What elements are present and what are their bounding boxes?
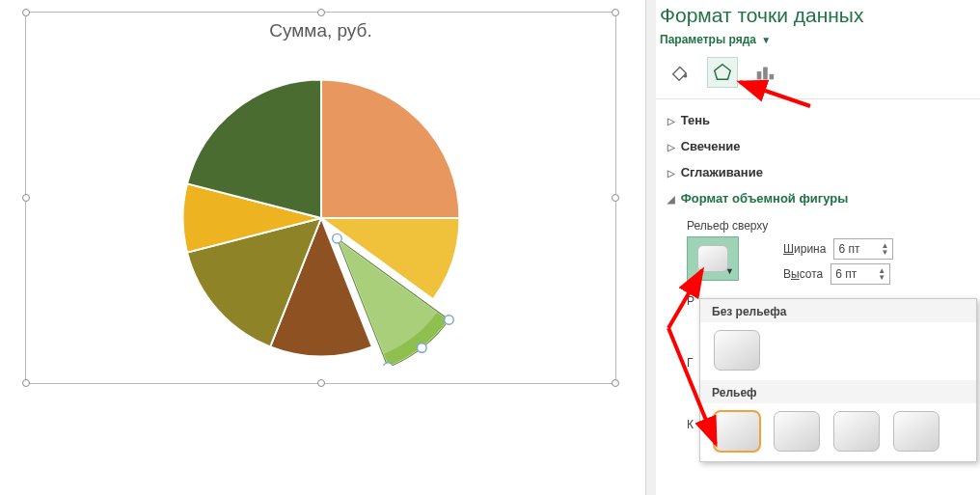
pie-chart[interactable] [174,70,469,366]
section-glow-label: Свечение [681,139,741,153]
svg-rect-2 [763,68,768,80]
panel-title: Формат точки данных [656,0,980,31]
resize-handle[interactable] [22,9,30,16]
series-options-label: Параметры ряда [660,33,756,46]
bevel-width-label: Ширина [783,242,826,256]
data-point-handle[interactable] [332,234,341,243]
data-point-handle[interactable] [383,363,393,366]
bevel-option-4[interactable] [893,411,939,452]
resize-handle[interactable] [317,379,325,387]
top-bevel-label: Рельеф сверху [687,217,980,236]
tab-fill-icon[interactable] [666,58,694,87]
series-options-dropdown[interactable]: Параметры ряда ▼ [656,31,980,56]
bevel-option-3[interactable] [833,411,880,452]
bevel-option-2[interactable] [774,411,820,452]
resize-handle[interactable] [612,194,619,202]
bevel-width-input[interactable]: 6 пт ▲▼ [833,238,893,260]
data-point-handle[interactable] [444,316,453,325]
tab-series-icon[interactable] [750,58,779,87]
expand-icon: ▷ [667,168,677,179]
section-shadow-label: Тень [681,113,710,127]
chart-title[interactable]: Сумма, руб. [26,13,615,41]
panel-tabs [656,56,980,99]
bevel-height-value: 6 пт [835,267,857,281]
resize-handle[interactable] [22,379,30,387]
bevel-option-none[interactable] [714,330,760,371]
section-glow[interactable]: ▷ Свечение [656,133,980,159]
top-bevel-group: Рельеф сверху ▼ Ширина 6 пт ▲▼ Выс [656,211,980,287]
resize-handle[interactable] [612,9,619,16]
bevel-height-input[interactable]: 6 пт ▲▼ [830,263,890,285]
expand-icon: ▷ [667,142,677,152]
spinner-icon[interactable]: ▲▼ [878,267,885,281]
collapse-icon: ◢ [667,194,677,205]
chart-object[interactable]: Сумма, руб. [25,12,616,384]
section-soft-edges-label: Сглаживание [681,165,763,179]
bevel-gallery-dropdown[interactable]: Без рельефа Рельеф [699,298,977,462]
svg-rect-3 [770,74,775,80]
tab-effects-icon[interactable] [708,58,737,87]
gallery-header-bevel: Рельеф [700,380,976,403]
data-point-handle[interactable] [417,344,426,353]
bevel-preview-icon [697,245,728,272]
section-shadow[interactable]: ▷ Тень [656,107,980,133]
chevron-down-icon: ▼ [725,266,734,276]
section-3d-format-label: Формат объемной фигуры [681,191,849,206]
section-3d-format[interactable]: ◢ Формат объемной фигуры [656,185,980,211]
resize-handle[interactable] [612,379,619,387]
bevel-height-label: Высота [783,267,823,281]
svg-rect-1 [757,71,762,79]
gallery-header-no-bevel: Без рельефа [700,299,976,322]
spreadsheet-area: Сумма, руб. [0,0,646,495]
resize-handle[interactable] [317,9,325,16]
bevel-option-1[interactable] [714,411,760,452]
chevron-down-icon: ▼ [761,35,771,45]
bevel-width-value: 6 пт [838,242,859,256]
resize-handle[interactable] [22,194,30,202]
expand-icon: ▷ [667,116,677,126]
top-bevel-picker[interactable]: ▼ [687,236,739,281]
section-soft-edges[interactable]: ▷ Сглаживание [656,159,980,185]
svg-marker-0 [715,65,731,80]
spinner-icon[interactable]: ▲▼ [881,242,888,256]
pie-slice[interactable] [321,80,459,218]
